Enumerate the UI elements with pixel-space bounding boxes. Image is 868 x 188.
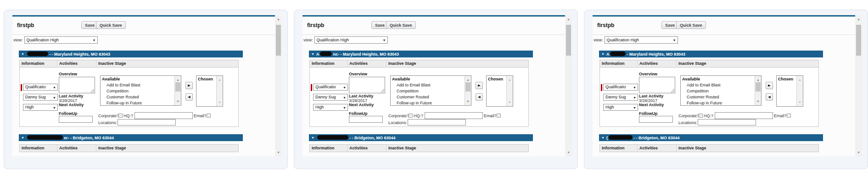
section-header-bridgeton[interactable]: ▼(- - Bridgeton, MO 63044 [599,134,823,141]
available-listbox[interactable]: Available Add to Email Blast Competition… [390,75,471,106]
view-select[interactable]: Qualification High ▼ [605,36,678,44]
scroll-up-icon[interactable]: ▲ [797,77,803,83]
owner-select[interactable]: Danny Sug ▼ [603,94,638,101]
priority-select[interactable]: High ▼ [23,104,58,111]
scroll-down-icon[interactable]: ▼ [855,149,862,155]
view-select[interactable]: Qualification High ▼ [24,36,98,44]
move-right-button[interactable]: ▶ [476,82,483,89]
hq-input[interactable] [134,112,193,119]
scroll-down-icon[interactable]: ▼ [465,98,471,104]
scrollbar-thumb[interactable] [856,25,861,56]
owner-select[interactable]: Danny Sug ▼ [313,94,348,101]
collapse-triangle-icon[interactable]: ▼ [601,52,605,56]
section-header-bridgeton[interactable]: ▼er- - Bridgeton, MO 63044 [19,134,243,141]
available-listbox[interactable]: Available Add to Email Blast Competition… [680,75,762,106]
email-checkbox[interactable] [787,114,791,118]
locations-input[interactable] [408,119,466,125]
list-item[interactable]: Customer Routed [681,94,761,100]
scrollbar-thumb[interactable] [566,25,571,56]
followup-input[interactable] [639,116,673,123]
available-listbox[interactable]: Available Add to Email Blast Competition… [100,75,181,106]
chosen-listbox[interactable]: Chosen ▲ ▼ [776,75,803,107]
collapse-triangle-icon[interactable]: ▼ [311,52,314,56]
qualification-select[interactable]: Qualificatio ▼ [313,84,348,91]
chosen-scrollbar[interactable]: ▲ ▼ [796,76,803,106]
chosen-listbox[interactable]: Chosen ▲ ▼ [486,75,513,107]
scrollbar-thumb[interactable] [276,25,281,56]
locations-input[interactable] [118,119,176,125]
chosen-scrollbar[interactable]: ▲ ▼ [506,76,513,106]
list-item[interactable]: Competition [101,88,181,94]
corporate-checkbox[interactable] [118,114,123,118]
scroll-up-icon[interactable]: ▲ [855,16,862,22]
quick-save-button[interactable]: Quick Save [676,21,706,29]
qualification-select[interactable]: Qualificatio ▼ [23,84,58,91]
list-item[interactable]: Follow-up in Future [681,100,761,106]
overview-textarea[interactable] [59,77,95,93]
list-item[interactable]: Add to Email Blast [391,82,471,88]
list-item[interactable]: Follow-up in Future [391,100,471,106]
scroll-up-icon[interactable]: ▲ [507,77,513,83]
collapse-triangle-icon[interactable]: ▼ [21,52,24,56]
scroll-up-icon[interactable]: ▲ [275,16,282,22]
email-checkbox[interactable] [497,114,501,118]
collapse-triangle-icon[interactable]: ▼ [311,136,314,139]
list-item[interactable]: Follow-up in Future [101,100,181,106]
available-scrollbar[interactable]: ▲ ▼ [174,76,181,105]
scroll-up-icon[interactable]: ▲ [565,16,572,22]
corporate-checkbox[interactable] [699,114,703,118]
scroll-down-icon[interactable]: ▼ [565,149,572,155]
scroll-down-icon[interactable]: ▼ [755,98,761,104]
available-scrollbar[interactable]: ▲ ▼ [465,76,471,105]
locations-input[interactable] [698,119,756,125]
chosen-listbox[interactable]: Chosen ▲ ▼ [196,75,223,107]
collapse-triangle-icon[interactable]: ▼ [601,136,605,139]
qualification-select[interactable]: Qualificatio ▼ [603,84,638,91]
hq-input[interactable] [425,112,483,119]
scroll-down-icon[interactable]: ▼ [507,99,513,105]
panel-scrollbar[interactable]: ▲ ▼ [565,15,572,156]
move-right-button[interactable]: ▶ [766,82,773,89]
priority-select[interactable]: High ▼ [603,104,638,111]
section-header-maryland-heights[interactable]: ▼A- Maryland Heights, MO 63043 [599,51,823,57]
collapse-triangle-icon[interactable]: ▼ [21,136,24,139]
list-item[interactable]: Add to Email Blast [681,82,761,88]
scrollbar-thumb[interactable] [175,82,180,91]
move-right-button[interactable]: ▶ [185,82,193,89]
list-item[interactable]: Add to Email Blast [101,82,181,88]
hq-input[interactable] [715,112,773,119]
corporate-checkbox[interactable] [409,114,413,118]
overview-textarea[interactable] [639,77,675,93]
move-left-button[interactable]: ◀ [185,93,193,101]
section-header-bridgeton[interactable]: ▼- - Bridgeton, MO 63044 [309,134,533,141]
move-left-button[interactable]: ◀ [476,93,483,101]
list-item[interactable]: Customer Routed [391,94,471,100]
email-checkbox[interactable] [207,114,211,118]
scrollbar-thumb[interactable] [465,82,470,91]
section-header-maryland-heights[interactable]: ▼- - Maryland Heights, MO 63043 [19,51,243,57]
hq-label: HQ:? [123,114,133,118]
chosen-scrollbar[interactable]: ▲ ▼ [216,76,223,106]
priority-select[interactable]: High ▼ [313,104,348,111]
panel-scrollbar[interactable]: ▲ ▼ [275,15,282,156]
list-item[interactable]: Competition [391,88,471,94]
scrollbar-thumb[interactable] [756,82,761,91]
followup-input[interactable] [349,116,383,123]
list-item[interactable]: Competition [681,88,761,94]
quick-save-button[interactable]: Quick Save [386,21,416,29]
overview-textarea[interactable] [349,77,385,93]
scroll-down-icon[interactable]: ▼ [175,98,181,104]
move-left-button[interactable]: ◀ [766,93,773,101]
scroll-down-icon[interactable]: ▼ [797,99,803,105]
scroll-down-icon[interactable]: ▼ [275,149,282,155]
scroll-up-icon[interactable]: ▲ [217,77,223,83]
quick-save-button[interactable]: Quick Save [96,21,126,29]
section-header-maryland-heights[interactable]: ▼Anc- - Maryland Heights, MO 63043 [309,51,533,57]
followup-input[interactable] [59,116,93,123]
view-select[interactable]: Qualification High ▼ [314,36,388,44]
owner-select[interactable]: Danny Sug ▼ [23,94,58,101]
available-scrollbar[interactable]: ▲ ▼ [755,76,761,105]
list-item[interactable]: Customer Routed [101,94,181,100]
panel-scrollbar[interactable]: ▲ ▼ [855,15,862,156]
scroll-down-icon[interactable]: ▼ [217,99,223,105]
